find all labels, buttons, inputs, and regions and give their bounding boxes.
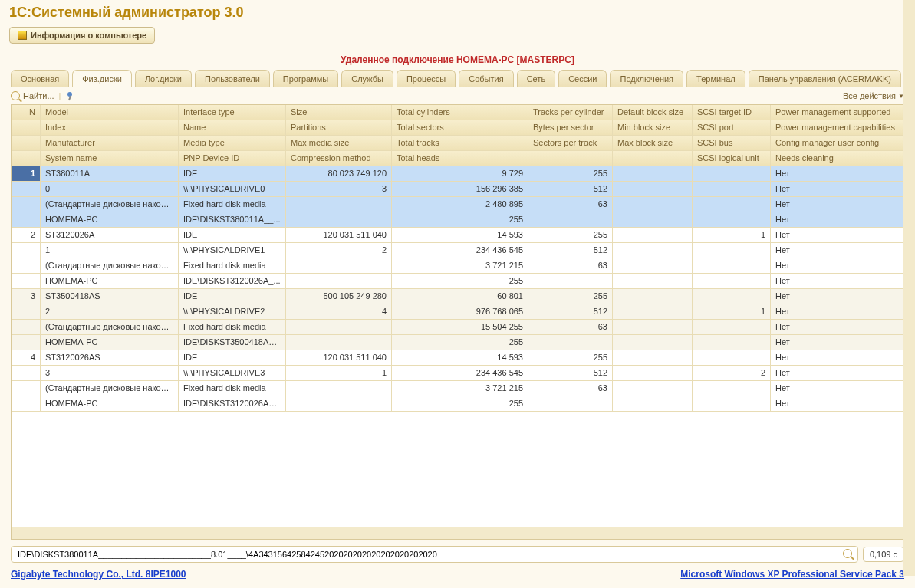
column-header[interactable]: SCSI logical unit	[693, 151, 771, 166]
cell: 120 031 511 040	[286, 350, 392, 365]
cell	[613, 243, 693, 258]
tab-12[interactable]: Панель управления (ACERMAKK)	[749, 70, 901, 87]
cell: Нет	[771, 228, 903, 242]
grid-header: NModelInterface typeSizeTotal cylindersT…	[12, 105, 903, 166]
table-row[interactable]: 0\\.\PHYSICALDRIVE03156 296 385512Нет	[12, 182, 903, 197]
cell: 976 768 065	[392, 304, 528, 319]
column-header[interactable]	[528, 151, 613, 166]
column-header[interactable]: Media type	[179, 136, 286, 150]
cell	[613, 335, 693, 350]
tab-4[interactable]: Программы	[273, 70, 338, 87]
table-row[interactable]: 3ST3500418ASIDE500 105 249 28060 801255Н…	[12, 289, 903, 304]
cell	[613, 396, 693, 411]
table-row[interactable]: HOMEMA-PCIDE\DISKST3120026A_...255Нет	[12, 274, 903, 289]
tab-11[interactable]: Терминал	[686, 70, 745, 87]
column-header[interactable]: Name	[179, 120, 286, 135]
grid-body[interactable]: 1ST380011AIDE80 023 749 1209 729255Нет0\…	[12, 166, 903, 527]
footer: Gigabyte Technology Co., Ltd. 8IPE1000 M…	[0, 563, 915, 580]
column-header[interactable]: System name	[41, 151, 179, 166]
table-row[interactable]: 4ST3120026ASIDE120 031 511 04014 593255Н…	[12, 350, 903, 366]
column-header[interactable]: Total cylinders	[392, 105, 528, 120]
column-header[interactable]: SCSI port	[693, 120, 771, 135]
tab-2[interactable]: Лог.диски	[135, 70, 192, 87]
cell: Нет	[771, 335, 903, 350]
cell: 4	[286, 304, 392, 319]
column-header[interactable]: Tracks per cylinder	[528, 105, 613, 120]
column-header[interactable]: N	[12, 105, 41, 120]
column-header[interactable]	[12, 120, 41, 135]
table-row[interactable]: (Стандартные дисковые накопи...Fixed har…	[12, 381, 903, 396]
column-header[interactable]	[12, 151, 41, 166]
column-header[interactable]: SCSI bus	[693, 136, 771, 150]
vertical-scrollbar[interactable]	[903, 0, 915, 576]
cell: 2	[286, 243, 392, 258]
cell: 512	[528, 304, 613, 319]
cell: 512	[528, 243, 613, 258]
column-header[interactable]: Total tracks	[392, 136, 528, 150]
table-row[interactable]: (Стандартные дисковые накопи...Fixed har…	[12, 258, 903, 274]
pin-button[interactable]	[65, 91, 74, 100]
horizontal-scrollbar[interactable]	[12, 527, 903, 539]
cell: Нет	[771, 274, 903, 288]
table-row[interactable]: 1\\.\PHYSICALDRIVE12234 436 545512Нет	[12, 243, 903, 258]
detail-search-button[interactable]	[841, 549, 854, 560]
tab-9[interactable]: Сессии	[558, 70, 607, 87]
table-row[interactable]: 2ST3120026AIDE120 031 511 04014 5932551Н…	[12, 228, 903, 243]
table-row[interactable]: 3\\.\PHYSICALDRIVE31234 436 5455122Нет	[12, 366, 903, 381]
column-header[interactable]: SCSI target ID	[693, 105, 771, 120]
row-number	[12, 258, 41, 273]
table-row[interactable]: 2\\.\PHYSICALDRIVE24976 768 0655121Нет	[12, 304, 903, 320]
table-row[interactable]: 1ST380011AIDE80 023 749 1209 729255Нет	[12, 166, 903, 182]
cell: \\.\PHYSICALDRIVE3	[179, 366, 286, 380]
column-header[interactable]: Partitions	[286, 120, 392, 135]
column-header[interactable]	[613, 151, 693, 166]
table-row[interactable]: HOMEMA-PCIDE\DISKST3120026AS...255Нет	[12, 396, 903, 412]
cell: HOMEMA-PC	[41, 212, 179, 227]
table-row[interactable]: (Стандартные дисковые накопи...Fixed har…	[12, 197, 903, 212]
cell: Нет	[771, 243, 903, 258]
column-header[interactable]: Power management supported	[771, 105, 903, 120]
column-header[interactable]: Bytes per sector	[528, 120, 613, 135]
remote-connection-label: Удаленное подключение HOMEMA-PC [MASTERP…	[0, 54, 915, 65]
motherboard-link[interactable]: Gigabyte Technology Co., Ltd. 8IPE1000	[11, 569, 186, 580]
column-header[interactable]: Total sectors	[392, 120, 528, 135]
find-button[interactable]: Найти...	[11, 91, 54, 100]
column-header[interactable]: Interface type	[179, 105, 286, 120]
tab-7[interactable]: События	[459, 70, 513, 87]
detail-input[interactable]	[18, 550, 841, 559]
cell: (Стандартные дисковые накопи...	[41, 381, 179, 396]
cell: ST3500418AS	[41, 289, 179, 304]
column-header[interactable]: Model	[41, 105, 179, 120]
column-header[interactable]: Compression method	[286, 151, 392, 166]
column-header[interactable]: Power management capabilities	[771, 120, 903, 135]
column-header[interactable]: Config manager user config	[771, 136, 903, 150]
table-row[interactable]: HOMEMA-PCIDE\DISKST3500418AS...255Нет	[12, 335, 903, 350]
column-header[interactable]: Min block size	[613, 120, 693, 135]
tab-0[interactable]: Основная	[11, 70, 69, 87]
column-header[interactable]: Default block size	[613, 105, 693, 120]
column-header[interactable]: Total heads	[392, 151, 528, 166]
tab-1[interactable]: Физ.диски	[72, 70, 132, 87]
column-header[interactable]: Manufacturer	[41, 136, 179, 150]
tab-3[interactable]: Пользователи	[195, 70, 270, 87]
column-header[interactable]: PNP Device ID	[179, 151, 286, 166]
computer-info-button[interactable]: Информация о компьютере	[9, 27, 155, 44]
tab-10[interactable]: Подключения	[610, 70, 683, 87]
column-header[interactable]: Index	[41, 120, 179, 135]
table-row[interactable]: (Стандартные дисковые накопи...Fixed har…	[12, 320, 903, 335]
column-header[interactable]: Sectors per track	[528, 136, 613, 150]
tab-8[interactable]: Сеть	[517, 70, 555, 87]
column-header[interactable]: Needs cleaning	[771, 151, 903, 166]
os-link[interactable]: Microsoft Windows XP Professional Servic…	[680, 569, 904, 580]
column-header[interactable]	[12, 136, 41, 150]
column-header[interactable]: Max media size	[286, 136, 392, 150]
all-actions-button[interactable]: Все действия ▼	[843, 91, 904, 100]
app-title: 1С:Системный администратор 3.0	[0, 0, 915, 27]
cell	[613, 381, 693, 396]
table-row[interactable]: HOMEMA-PCIDE\DISKST380011A__...255Нет	[12, 212, 903, 228]
row-number	[12, 320, 41, 334]
column-header[interactable]: Size	[286, 105, 392, 120]
tab-5[interactable]: Службы	[341, 70, 393, 87]
tab-6[interactable]: Процессы	[397, 70, 456, 87]
column-header[interactable]: Max block size	[613, 136, 693, 150]
